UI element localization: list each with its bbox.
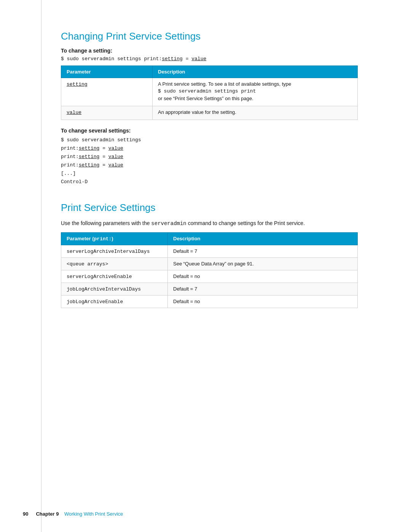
table2-desc-1: Default = 7 [168,245,358,257]
table1-header-row: Parameter Description [61,66,358,78]
code-line-3: print:setting = value [61,153,358,161]
table2-col2-header: Description [168,232,358,245]
code-line-6: Control-D [61,178,358,186]
table2-desc-2: See “Queue Data Array” on page 91. [168,257,358,270]
table1-col2-header: Description [153,66,358,78]
table2-row-4: jobLogArchiveIntervalDays Default = 7 [61,283,358,295]
table1-param-setting: setting [61,78,153,106]
table1-desc-value: An appropriate value for the setting. [153,106,358,120]
table2-col1-header: Parameter (print:) [61,232,168,245]
left-rule [41,0,41,532]
table2-row-3: serverLogArchiveEnable Default = no [61,270,358,283]
footer-chapter: Chapter 9 Working With Print Service [36,511,123,517]
table2-param-4: jobLogArchiveIntervalDays [61,283,168,295]
intro-code-word: serveradmin [151,220,186,227]
code-line-5: [...] [61,169,358,178]
table1-row-value: value An appropriate value for the setti… [61,106,358,120]
section2-intro: Use the following parameters with the se… [61,219,358,228]
footer: 90 Chapter 9 Working With Print Service [0,511,411,517]
table2-row-1: serverLogArchiveIntervalDays Default = 7 [61,245,358,257]
page-container: Changing Print Service Settings To chang… [0,0,411,532]
section-print-service-settings: Print Service Settings Use the following… [61,202,358,308]
table1-col1-header: Parameter [61,66,153,78]
footer-page-number: 90 [23,511,28,517]
table2-row-5: jobLogArchiveEnable Default = no [61,295,358,308]
table1-param-value: value [61,106,153,120]
subsection1-code: $ sudo serveradmin settings print:settin… [61,56,358,62]
desc-line3: or see “Print Service Settings” on this … [158,96,352,101]
desc-value-line1: An appropriate value for the setting. [158,109,352,115]
subsection1-label: To change a setting: [61,48,358,54]
table1-desc-setting: A Print service setting. To see a list o… [153,78,358,106]
subsection2-code-block: $ sudo serveradmin settings print:settin… [61,136,358,187]
table2-param-1: serverLogArchiveIntervalDays [61,245,168,257]
table2-desc-3: Default = no [168,270,358,283]
table2: Parameter (print:) Description serverLog… [61,232,358,308]
table2-row-2: <queue arrays> See “Queue Data Array” on… [61,257,358,270]
code-line-4: print:setting = value [61,161,358,169]
table2-desc-5: Default = no [168,295,358,308]
section1-title: Changing Print Service Settings [61,30,358,42]
code-line-2: print:setting = value [61,144,358,153]
code-text: $ sudo serveradmin settings print:settin… [61,56,206,62]
footer-chapter-text: Working With Print Service [64,511,123,517]
desc-line1: A Print service setting. To see a list o… [158,81,352,87]
section2-title: Print Service Settings [61,202,358,214]
table2-param-2: <queue arrays> [61,257,168,270]
footer-chapter-label: Chapter 9 [36,511,59,517]
table1: Parameter Description setting A Print se… [61,66,358,120]
table2-param-3: serverLogArchiveEnable [61,270,168,283]
section-changing-settings: Changing Print Service Settings To chang… [61,30,358,187]
table2-header-row: Parameter (print:) Description [61,232,358,245]
table2-desc-4: Default = 7 [168,283,358,295]
desc-line2: $ sudo serveradmin settings print [158,88,352,94]
subsection2-label: To change several settings: [61,128,358,134]
table1-row-setting: setting A Print service setting. To see … [61,78,358,106]
code-line-1: $ sudo serveradmin settings [61,136,358,144]
table2-param-5: jobLogArchiveEnable [61,295,168,308]
